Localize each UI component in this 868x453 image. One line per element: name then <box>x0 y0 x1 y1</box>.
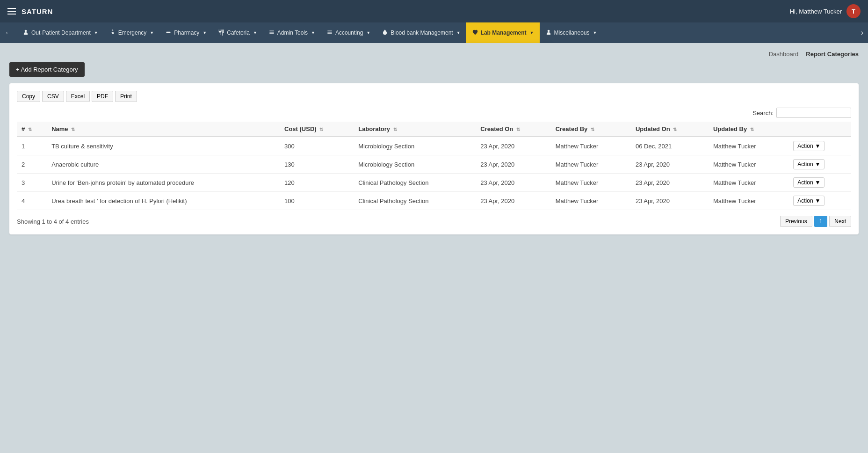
topbar: SATURN Hi, Matthew Tucker T <box>0 0 868 22</box>
nav-more[interactable]: › <box>856 22 868 43</box>
previous-page-button[interactable]: Previous <box>780 216 812 227</box>
cell-action: Action ▼ <box>788 192 851 210</box>
chevron-down-icon: ▼ <box>815 179 821 186</box>
cell-name: TB culture & sensitivity <box>47 137 280 155</box>
action-button[interactable]: Action ▼ <box>793 196 825 206</box>
pagination-buttons: Previous 1 Next <box>780 216 851 227</box>
excel-button[interactable]: Excel <box>66 91 90 102</box>
sidebar-item-bloodbank[interactable]: Blood bank Management ▼ <box>376 22 466 43</box>
user-greeting: Hi, Matthew Tucker <box>790 8 842 15</box>
breadcrumb-report-categories[interactable]: Report Categories <box>806 51 859 58</box>
chevron-down-icon: ▼ <box>456 30 461 35</box>
col-updated-on[interactable]: Updated On ⇅ <box>631 122 709 137</box>
wheelchair-icon <box>109 29 116 37</box>
chevron-down-icon: ▼ <box>815 197 821 204</box>
cell-laboratory: Clinical Pathology Section <box>354 174 476 192</box>
topbar-left: SATURN <box>7 7 53 15</box>
col-num[interactable]: # ⇅ <box>17 122 47 137</box>
cell-num: 2 <box>17 155 47 174</box>
cell-laboratory: Microbiology Section <box>354 137 476 155</box>
col-created-by[interactable]: Created By ⇅ <box>551 122 631 137</box>
table-row: 3 Urine for 'Ben-johns protein' by autom… <box>17 174 851 192</box>
sidebar-item-admin[interactable]: Admin Tools ▼ <box>263 22 321 43</box>
csv-button[interactable]: CSV <box>42 91 64 102</box>
copy-button[interactable]: Copy <box>17 91 40 102</box>
cell-action: Action ▼ <box>788 137 851 155</box>
sidebar-item-out-patient[interactable]: Out-Patient Department ▼ <box>17 22 104 43</box>
nav-label-pharmacy: Pharmacy <box>174 29 199 36</box>
svg-point-0 <box>25 29 27 32</box>
col-cost[interactable]: Cost (USD) ⇅ <box>280 122 354 137</box>
col-action <box>788 122 851 137</box>
cell-updated-by: Matthew Tucker <box>709 155 788 174</box>
cell-name: Urine for 'Ben-johns protein' by automat… <box>47 174 280 192</box>
cell-created-on: 23 Apr, 2020 <box>476 137 550 155</box>
nav-label-out-patient: Out-Patient Department <box>31 29 91 36</box>
cell-num: 3 <box>17 174 47 192</box>
nav-label-admin: Admin Tools <box>277 29 308 36</box>
sort-icon-cost: ⇅ <box>319 127 323 132</box>
cell-updated-by: Matthew Tucker <box>709 192 788 210</box>
print-button[interactable]: Print <box>115 91 137 102</box>
action-button[interactable]: Action ▼ <box>793 159 825 169</box>
report-categories-table: # ⇅ Name ⇅ Cost (USD) ⇅ Laboratory ⇅ <box>17 122 851 210</box>
chevron-down-icon: ▼ <box>94 30 98 35</box>
nav-label-lab: Lab Management <box>481 29 527 36</box>
hamburger-menu[interactable] <box>7 8 16 15</box>
cell-cost: 120 <box>280 174 354 192</box>
sidebar-item-lab[interactable]: Lab Management ▼ Reports Report Categori… <box>466 22 540 43</box>
pill-icon <box>165 29 172 37</box>
sidebar-item-emergency[interactable]: Emergency ▼ <box>104 22 160 43</box>
cell-name: Urea breath test ' for detection of H. P… <box>47 192 280 210</box>
nav-back[interactable]: ← <box>0 22 17 43</box>
next-page-button[interactable]: Next <box>829 216 851 227</box>
sidebar-item-cafeteria[interactable]: Cafeteria ▼ <box>212 22 263 43</box>
svg-rect-2 <box>166 31 171 32</box>
more-right-icon: › <box>861 29 863 37</box>
search-input[interactable] <box>776 108 851 118</box>
navbar: ← Out-Patient Department ▼ Emergency ▼ P… <box>0 22 868 43</box>
app-title: SATURN <box>22 7 53 15</box>
sidebar-item-accounting[interactable]: Accounting ▼ <box>321 22 376 43</box>
sort-icon-num: ⇅ <box>28 127 32 132</box>
cell-cost: 300 <box>280 137 354 155</box>
sort-icon-laboratory: ⇅ <box>393 127 397 132</box>
nav-label-misc: Miscellaneous <box>554 29 590 36</box>
cell-created-by: Matthew Tucker <box>551 155 631 174</box>
chevron-down-icon: ▼ <box>203 30 207 35</box>
cell-updated-on: 23 Apr, 2020 <box>631 155 709 174</box>
nav-label-emergency: Emergency <box>118 29 147 36</box>
pdf-button[interactable]: PDF <box>92 91 113 102</box>
cell-created-on: 23 Apr, 2020 <box>476 174 550 192</box>
cell-updated-by: Matthew Tucker <box>709 137 788 155</box>
sort-icon-created-on: ⇅ <box>516 127 520 132</box>
chevron-down-icon: ▼ <box>150 30 154 35</box>
cell-updated-on: 06 Dec, 2021 <box>631 137 709 155</box>
export-buttons: Copy CSV Excel PDF Print <box>17 91 851 102</box>
cell-name: Anaerobic culture <box>47 155 280 174</box>
add-report-category-button[interactable]: + Add Report Category <box>9 62 85 77</box>
nav-label-bloodbank: Blood bank Management <box>391 29 453 36</box>
action-button[interactable]: Action ▼ <box>793 177 825 188</box>
content-area: Dashboard Report Categories + Add Report… <box>0 43 868 242</box>
col-name[interactable]: Name ⇅ <box>47 122 280 137</box>
breadcrumb-dashboard[interactable]: Dashboard <box>769 51 799 58</box>
sidebar-item-pharmacy[interactable]: Pharmacy ▼ <box>159 22 212 43</box>
cell-updated-on: 23 Apr, 2020 <box>631 192 709 210</box>
svg-point-3 <box>547 29 550 32</box>
col-laboratory[interactable]: Laboratory ⇅ <box>354 122 476 137</box>
fork-icon <box>218 29 224 37</box>
col-updated-by[interactable]: Updated By ⇅ <box>709 122 788 137</box>
sort-icon-updated-by: ⇅ <box>750 127 754 132</box>
table-card: Copy CSV Excel PDF Print Search: # ⇅ Nam… <box>9 83 859 234</box>
avatar[interactable]: T <box>846 4 861 18</box>
page-1-button[interactable]: 1 <box>814 216 828 227</box>
cell-cost: 100 <box>280 192 354 210</box>
cell-updated-on: 23 Apr, 2020 <box>631 174 709 192</box>
sidebar-item-misc[interactable]: Miscellaneous ▼ <box>540 22 603 43</box>
action-button[interactable]: Action ▼ <box>793 141 825 151</box>
col-created-on[interactable]: Created On ⇅ <box>476 122 550 137</box>
sort-icon-name: ⇅ <box>71 127 75 132</box>
cell-laboratory: Clinical Pathology Section <box>354 192 476 210</box>
table-row: 1 TB culture & sensitivity 300 Microbiol… <box>17 137 851 155</box>
